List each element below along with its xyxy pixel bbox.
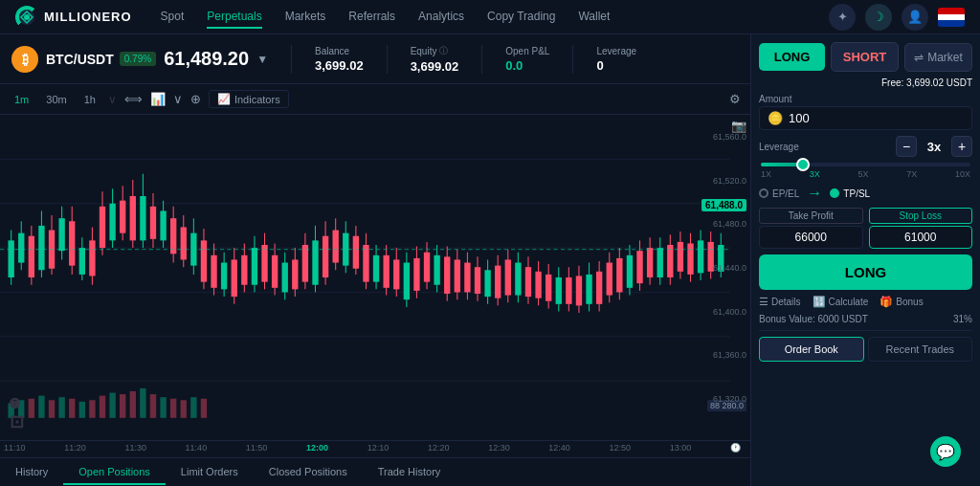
stat-pnl: Open P&L 0.0 [505, 46, 549, 73]
amount-label: Amount [759, 94, 972, 104]
nav-perpetuals[interactable]: Perpetuals [207, 6, 261, 29]
svg-rect-167 [181, 400, 187, 418]
svg-rect-163 [140, 388, 145, 418]
pair-price: 61,489.20 [164, 48, 249, 70]
tv-logo: 🅣 [10, 398, 20, 409]
stat-leverage: Leverage 0 [596, 46, 636, 73]
leverage-value: 3x [923, 140, 946, 154]
details-button[interactable]: ☰ Details [759, 296, 801, 308]
chat-button[interactable]: 💬 [930, 436, 961, 467]
recent-trades-tab[interactable]: Recent Trades [868, 337, 973, 362]
divider [291, 45, 292, 74]
details-row: ☰ Details 🔢 Calculate 🎁 Bonus [759, 296, 972, 308]
tpsl-toggle-row: EP/EL → TP/SL [759, 185, 972, 202]
nav-spot[interactable]: Spot [161, 6, 185, 29]
nav-referrals[interactable]: Referrals [348, 6, 395, 29]
tp-sl-label: TP/SL [843, 188, 870, 199]
svg-rect-152 [29, 399, 34, 418]
tf-1h[interactable]: 1h [79, 92, 100, 107]
svg-rect-160 [109, 393, 115, 418]
long-button[interactable]: LONG [759, 43, 825, 71]
market-button[interactable]: ⇌ Market [904, 43, 972, 72]
amount-input-row: 🪙 [759, 106, 972, 130]
tf-30m[interactable]: 30m [41, 92, 71, 107]
ep-el-radio[interactable]: EP/EL [759, 188, 799, 199]
divider [387, 45, 388, 74]
svg-rect-164 [150, 394, 156, 418]
tab-limit-orders[interactable]: Limit Orders [166, 460, 254, 485]
leverage-increase-button[interactable]: + [951, 136, 972, 157]
nav-copy-trading[interactable]: Copy Trading [487, 6, 555, 29]
svg-rect-154 [49, 400, 55, 418]
logo-text: MILLIONERO [44, 10, 132, 24]
add-chart-icon[interactable]: ⊕ [190, 92, 201, 106]
chart-area: 61,560.0 61,520.0 61,480.0 61,440.0 61,4… [0, 115, 750, 440]
coin-icon: 🪙 [768, 111, 783, 125]
take-profit-input[interactable] [759, 226, 863, 249]
tpsl-inputs: Take Profit Stop Loss [759, 208, 972, 249]
tf-1m[interactable]: 1m [10, 92, 33, 107]
price-arrow-icon: ▼ [256, 53, 268, 66]
short-button[interactable]: SHORT [831, 42, 899, 72]
stop-loss-input[interactable] [869, 226, 973, 249]
long-action-button[interactable]: LONG [759, 254, 972, 290]
logo-icon [15, 6, 38, 29]
logo[interactable]: MILLIONERO [15, 6, 132, 29]
indicator-icon: 📈 [217, 93, 231, 105]
tab-trade-history[interactable]: Trade History [363, 460, 457, 485]
moon-icon[interactable]: ☽ [865, 4, 892, 31]
transfer-icon: ⇌ [914, 51, 924, 64]
order-book-tab[interactable]: Order Book [759, 337, 864, 362]
nav-markets[interactable]: Markets [285, 6, 326, 29]
svg-rect-155 [58, 397, 64, 418]
user-icon[interactable]: 👤 [902, 4, 928, 31]
nav-analytics[interactable]: Analytics [418, 6, 464, 29]
left-panel: ₿ BTC/USDT 0.79% 61,489.20 ▼ Balance 3,6… [0, 34, 750, 486]
tradingview-watermark: ⊡ [10, 411, 24, 432]
calculate-button[interactable]: 🔢 Calculate [813, 296, 869, 308]
amount-input[interactable] [789, 111, 964, 125]
y-axis: 61,560.0 61,520.0 61,480.0 61,440.0 61,4… [713, 115, 746, 421]
svg-rect-165 [160, 397, 166, 418]
svg-rect-166 [170, 399, 176, 418]
tp-sl-radio-dot [830, 188, 839, 198]
tab-history[interactable]: History [0, 460, 63, 485]
x-axis: 11:10 11:20 11:30 11:40 11:50 12:00 12:1… [0, 440, 750, 457]
slider-ticks: 1X 3X 5X 7X 10X [761, 169, 970, 179]
toolbar-separator: ∨ [108, 93, 117, 106]
svg-rect-156 [69, 399, 75, 418]
nav-right: ✦ ☽ 👤 [829, 4, 965, 31]
tp-sl-radio[interactable]: TP/SL [830, 188, 870, 199]
svg-rect-161 [120, 394, 125, 418]
flag-icon[interactable] [938, 8, 965, 27]
chart-type-icon[interactable]: ∨ [173, 92, 183, 106]
svg-rect-159 [100, 396, 105, 418]
pair-name[interactable]: BTC/USDT [46, 52, 114, 67]
svg-rect-168 [190, 397, 196, 418]
tab-open-positions[interactable]: Open Positions [63, 460, 166, 485]
bonus-text: Bonus Value: 6000 USDT [759, 314, 868, 324]
svg-rect-157 [79, 402, 85, 418]
tab-closed-positions[interactable]: Closed Positions [254, 460, 363, 485]
leverage-slider[interactable]: 1X 3X 5X 7X 10X [759, 163, 972, 179]
leverage-label: Leverage [759, 142, 890, 152]
bonus-button[interactable]: 🎁 Bonus [880, 296, 923, 308]
candle-chart-icon[interactable]: 📊 [150, 92, 166, 106]
indicators-button[interactable]: 📈 Indicators [209, 90, 289, 108]
svg-rect-169 [201, 399, 207, 418]
line-chart-icon[interactable]: ⟺ [124, 92, 143, 106]
ep-el-radio-dot [759, 188, 768, 198]
btc-icon: ₿ [11, 46, 38, 73]
free-balance: Free: 3,699.02 USDT [759, 77, 972, 88]
right-panel: LONG SHORT ⇌ Market Free: 3,699.02 USDT … [750, 34, 980, 486]
take-profit-wrap: Take Profit [759, 208, 863, 249]
divider [481, 45, 482, 74]
slider-thumb[interactable] [796, 158, 810, 171]
leverage-decrease-button[interactable]: − [896, 136, 917, 157]
ep-el-label: EP/EL [772, 188, 799, 199]
gift-icon: 🎁 [880, 296, 893, 308]
chart-settings-icon[interactable]: ⚙ [729, 92, 741, 106]
nav-links: Spot Perpetuals Markets Referrals Analyt… [161, 6, 829, 29]
nav-wallet[interactable]: Wallet [578, 6, 610, 29]
sun-icon[interactable]: ✦ [829, 4, 856, 31]
